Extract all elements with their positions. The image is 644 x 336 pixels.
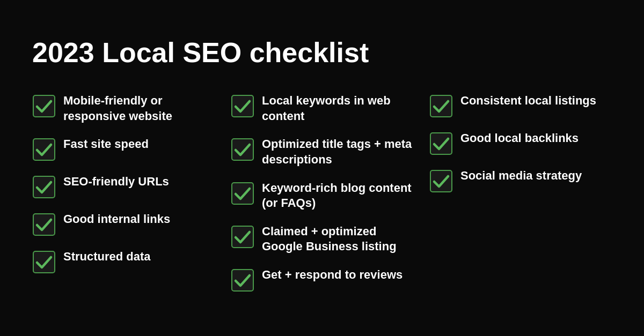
checklist-item: Good local backlinks [429, 124, 612, 162]
checkmark-icon [231, 138, 254, 161]
checkmark-icon [231, 268, 254, 292]
checkmark-icon [429, 169, 453, 193]
checklist-grid: Mobile-friendly or responsive website Fa… [32, 87, 612, 298]
checklist-item-text: Consistent local listings [460, 93, 596, 109]
column-2: Local keywords in web content Optimized … [231, 87, 413, 298]
checklist-item: Get + respond to reviews [231, 261, 413, 298]
checkmark-icon [231, 225, 254, 249]
checklist-item-text: Good internal links [63, 212, 170, 227]
checklist-item: Social media strategy [429, 162, 612, 199]
checkmark-icon [231, 94, 254, 118]
checkmark-icon [429, 132, 453, 155]
checklist-item: Optimized title tags + meta descriptions [231, 130, 413, 174]
checklist-item-text: Claimed + optimized Google Business list… [262, 224, 413, 255]
checkmark-icon [32, 213, 56, 236]
checkmark-icon [32, 138, 56, 161]
page-container: 2023 Local SEO checklist Mobile-friendly… [11, 21, 633, 315]
checklist-item: Mobile-friendly or responsive website [32, 87, 215, 130]
page-title: 2023 Local SEO checklist [32, 38, 612, 68]
checklist-item: Local keywords in web content [231, 87, 413, 130]
checkmark-icon [32, 175, 56, 199]
column-3: Consistent local listings Good local bac… [429, 87, 612, 298]
checkmark-icon [32, 94, 56, 118]
checklist-item-text: Good local backlinks [460, 131, 579, 146]
checklist-item: Good internal links [32, 205, 215, 243]
checklist-item: Fast site speed [32, 130, 215, 168]
checkmark-icon [429, 94, 453, 118]
column-1: Mobile-friendly or responsive website Fa… [32, 87, 215, 298]
checklist-item-text: Get + respond to reviews [262, 267, 402, 283]
checklist-item-text: SEO-friendly URLs [63, 174, 169, 190]
checklist-item: Keyword-rich blog content (or FAQs) [231, 174, 413, 218]
checklist-item: SEO-friendly URLs [32, 168, 215, 205]
checklist-item-text: Fast site speed [63, 137, 149, 152]
checkmark-icon [32, 250, 56, 274]
checklist-item: Consistent local listings [429, 87, 612, 124]
checklist-item: Claimed + optimized Google Business list… [231, 218, 413, 261]
checklist-item-text: Mobile-friendly or responsive website [63, 93, 215, 124]
checklist-item: Structured data [32, 243, 215, 280]
checkmark-icon [231, 182, 254, 205]
checklist-item-text: Structured data [63, 249, 151, 265]
checklist-item-text: Local keywords in web content [262, 93, 413, 124]
checklist-item-text: Keyword-rich blog content (or FAQs) [262, 181, 413, 211]
checklist-item-text: Social media strategy [460, 168, 582, 184]
checklist-item-text: Optimized title tags + meta descriptions [262, 137, 413, 167]
